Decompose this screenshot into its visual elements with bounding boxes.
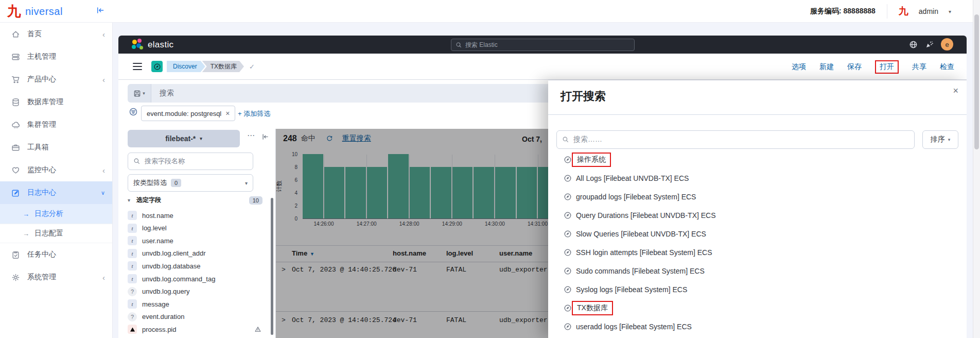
field-item-user.name[interactable]: tuser.name (128, 234, 261, 247)
close-icon[interactable]: × (953, 86, 958, 96)
breadcrumb-page[interactable]: TX数据库 (202, 61, 244, 72)
field-item-process.pid[interactable]: process.pid (128, 323, 261, 335)
sidebar: 首页‹主机管理产品中心‹数据库管理集群管理工具箱监控中心‹日志中心∨→日志分析→… (0, 23, 113, 338)
sidebar-item-日志中心[interactable]: 日志中心∨ (0, 181, 112, 204)
topbar-right: 服务编码: 88888888 九 admin ▾ (810, 0, 951, 23)
user-logo-glyph: 九 (899, 5, 908, 18)
toolbar-actions: 选项新建保存打开共享检查 (792, 54, 954, 80)
field-item-host.name[interactable]: thost.name (128, 209, 261, 222)
avatar[interactable]: e (941, 38, 953, 50)
sidebar-subitem-日志分析[interactable]: →日志分析 (0, 204, 112, 224)
collapse-fields-icon[interactable] (261, 133, 269, 141)
action-打开[interactable]: 打开 (875, 60, 899, 74)
sidebar-subitem-label: 日志分析 (34, 209, 63, 218)
flyout-search-input[interactable]: 搜索…… (556, 130, 915, 149)
field-item-unvdb.log.client_addr[interactable]: tunvdb.log.client_addr (128, 247, 261, 260)
saved-search-操作系统[interactable]: 操作系统 (548, 150, 967, 169)
saved-search-label: 操作系统 (572, 153, 611, 167)
discover-app-icon[interactable] (151, 61, 163, 72)
action-选项[interactable]: 选项 (792, 62, 806, 72)
breadcrumb-app[interactable]: Discover (167, 61, 205, 72)
action-共享[interactable]: 共享 (912, 62, 926, 72)
field-name: unvdb.log.client_addr (142, 249, 206, 257)
saved-search-Query Durations [Filebeat UNVDB-TX] ECS[interactable]: Query Durations [Filebeat UNVDB-TX] ECS (548, 206, 967, 225)
user-name[interactable]: admin (919, 7, 938, 15)
index-options-dots-icon[interactable]: ⋯ (247, 131, 255, 140)
sidebar-item-label: 数据库管理 (27, 97, 63, 107)
saved-search-compass-icon (564, 285, 572, 294)
database-icon (11, 98, 20, 107)
field-item-unvdb.log.database[interactable]: tunvdb.log.database (128, 260, 261, 272)
selected-fields-header[interactable]: ▾ 选定字段 10 (128, 196, 262, 205)
sidebar-item-系统管理[interactable]: 系统管理‹ (0, 266, 112, 289)
sidebar-item-label: 工具箱 (27, 143, 49, 152)
elastic-logo[interactable]: elastic (132, 39, 173, 51)
saved-search-groupadd logs [Filebeat System] ECS[interactable]: groupadd logs [Filebeat System] ECS (548, 188, 967, 206)
field-type-string-icon: t (128, 236, 137, 245)
sidebar-item-label: 集群管理 (27, 120, 56, 129)
saved-search-SSH login attempts [Filebeat System] ECS[interactable]: SSH login attempts [Filebeat System] ECS (548, 243, 967, 262)
add-filter-link[interactable]: + 添加筛选 (238, 109, 270, 119)
menu-hamburger-icon[interactable] (133, 63, 142, 70)
sidebar-item-首页[interactable]: 首页‹ (0, 23, 112, 45)
saved-search-label: Slow Queries [Filebeat UNVDB-TX] ECS (576, 230, 706, 238)
action-新建[interactable]: 新建 (819, 62, 834, 72)
action-检查[interactable]: 检查 (940, 62, 954, 72)
arrow-right-icon: → (23, 210, 29, 218)
saved-search-useradd logs [Filebeat System] ECS[interactable]: useradd logs [Filebeat System] ECS (548, 317, 967, 336)
help-globe-icon[interactable] (909, 40, 918, 49)
field-item-unvdb.log.query[interactable]: ?unvdb.log.query (128, 285, 261, 298)
sort-label: 排序 (931, 135, 945, 144)
sidebar-item-产品中心[interactable]: 产品中心‹ (0, 68, 112, 91)
field-search-input[interactable]: 搜索字段名称 (128, 153, 253, 170)
saved-search-compass-icon (564, 193, 572, 201)
query-input-placeholder: 搜索 (160, 89, 174, 98)
saved-search-Slow Queries [Filebeat UNVDB-TX] ECS[interactable]: Slow Queries [Filebeat UNVDB-TX] ECS (548, 225, 967, 243)
newsfeed-party-icon[interactable] (925, 40, 934, 49)
elastic-header-icons: e (909, 38, 953, 50)
fields-scrollbar[interactable] (271, 198, 273, 335)
saved-search-All Logs [Filebeat UNVDB-TX] ECS[interactable]: All Logs [Filebeat UNVDB-TX] ECS (548, 169, 967, 188)
sidebar-item-集群管理[interactable]: 集群管理 (0, 113, 112, 136)
index-pattern-select[interactable]: filebeat-* ▾ (128, 130, 240, 147)
filter-by-type-label: 按类型筛选 (133, 178, 167, 188)
field-item-unvdb.log.command_tag[interactable]: tunvdb.log.command_tag (128, 273, 261, 285)
saved-search-Syslog logs [Filebeat System] ECS[interactable]: Syslog logs [Filebeat System] ECS (548, 280, 967, 299)
sidebar-collapse-icon[interactable] (96, 6, 105, 15)
saved-search-compass-icon (564, 323, 572, 331)
saved-search-label: useradd logs [Filebeat System] ECS (576, 323, 692, 331)
sidebar-item-数据库管理[interactable]: 数据库管理 (0, 91, 112, 113)
saved-search-Sudo commands [Filebeat System] ECS[interactable]: Sudo commands [Filebeat System] ECS (548, 262, 967, 280)
field-item-event.duration[interactable]: ?event.duration (128, 311, 261, 323)
filter-by-type-select[interactable]: 按类型筛选 0 ▾ (128, 174, 253, 192)
saved-search-TX数据库[interactable]: TX数据库 (548, 299, 967, 317)
sidebar-item-监控中心[interactable]: 监控中心‹ (0, 159, 112, 181)
sidebar-item-任务中心[interactable]: 任务中心 (0, 243, 112, 266)
sidebar-item-label: 日志中心 (27, 188, 56, 197)
action-保存[interactable]: 保存 (847, 62, 862, 72)
toolbox-icon (11, 143, 20, 152)
flyout-search-placeholder: 搜索…… (573, 135, 602, 144)
saved-search-compass-icon (564, 211, 572, 219)
remove-filter-icon[interactable]: × (225, 109, 230, 117)
home-icon (11, 30, 20, 39)
sidebar-subitem-日志配置[interactable]: →日志配置 (0, 224, 112, 243)
sidebar-item-工具箱[interactable]: 工具箱 (0, 136, 112, 159)
brand-logo[interactable]: 九 niversal (7, 0, 63, 23)
field-item-log.level[interactable]: tlog.level (128, 222, 261, 234)
user-menu-chevron-down-icon[interactable]: ▾ (949, 9, 951, 14)
page-scrollbar-thumb[interactable] (974, 14, 979, 149)
type-filter-count-badge: 0 (171, 179, 181, 187)
field-item-message[interactable]: tmessage (128, 298, 261, 310)
open-search-flyout: 打开搜索 × 搜索…… 排序 ▾ 操作系统All Logs [Filebeat … (548, 80, 967, 338)
sort-button[interactable]: 排序 ▾ (922, 130, 958, 149)
saved-query-button[interactable]: ▾ (128, 84, 151, 103)
filter-pill[interactable]: event.module: postgresql × (141, 106, 235, 121)
elastic-logo-icon (132, 39, 144, 51)
filter-options-icon[interactable] (129, 107, 138, 116)
elastic-global-search-input[interactable]: 搜索 Elastic (451, 39, 635, 51)
search-icon (133, 158, 141, 165)
page-scrollbar[interactable] (973, 0, 980, 338)
field-name: event.duration (142, 313, 184, 320)
sidebar-item-主机管理[interactable]: 主机管理 (0, 45, 112, 68)
